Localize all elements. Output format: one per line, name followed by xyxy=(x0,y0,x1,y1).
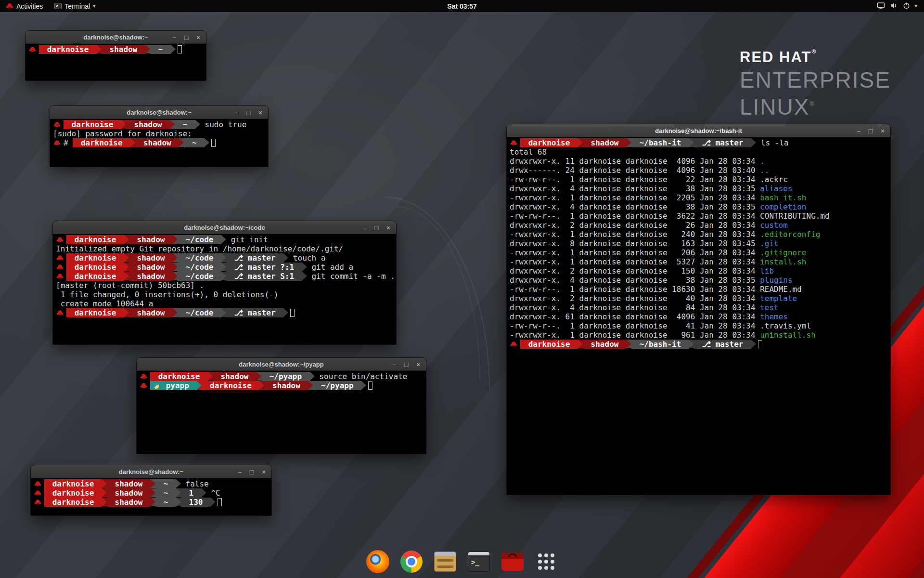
minimize-button[interactable]: − xyxy=(361,224,368,231)
terminal-line: -rwxrwxr-x. 1 darknoise darknoise 2205 J… xyxy=(510,193,887,202)
powerline-separator xyxy=(176,498,181,506)
powerline-separator xyxy=(173,253,178,262)
terminal-window-code[interactable]: darknoise@shadow:~/code−□× darknoise sha… xyxy=(53,221,396,344)
window-title: darknoise@shadow:~/bash-it xyxy=(655,127,742,134)
terminal-text: completion xyxy=(760,202,806,211)
powerline-separator xyxy=(130,138,135,147)
redhat-prompt-icon xyxy=(56,263,64,272)
close-button[interactable]: × xyxy=(195,34,202,41)
window-titlebar[interactable]: darknoise@shadow:~/pyapp−□× xyxy=(137,358,426,371)
powerline-separator xyxy=(102,488,107,497)
maximize-button[interactable]: □ xyxy=(867,128,874,134)
close-button[interactable]: × xyxy=(257,109,264,116)
terminal-text: source bin/activate xyxy=(315,372,408,381)
prompt-segment: darknoise xyxy=(64,120,121,129)
terminal-text: drwxrwxr-x. 8 darknoise darknoise 163 Ja… xyxy=(510,239,760,248)
minimize-button[interactable]: − xyxy=(171,34,178,41)
terminal-window-bash-it[interactable]: darknoise@shadow:~/bash-it−□× darknoise … xyxy=(507,124,890,495)
activities-button[interactable]: Activities xyxy=(0,0,49,12)
powerline-separator xyxy=(257,372,261,381)
terminal-text: custom xyxy=(760,221,788,230)
prompt-segment: ⎇ master xyxy=(694,340,751,349)
close-button[interactable]: × xyxy=(260,469,267,475)
minimize-button[interactable]: − xyxy=(391,361,398,368)
maximize-button[interactable]: □ xyxy=(183,34,190,41)
maximize-button[interactable]: □ xyxy=(248,469,255,475)
minimize-button[interactable]: − xyxy=(233,109,240,116)
terminal-body[interactable]: darknoise shadow ~ sudo true[sudo] passw… xyxy=(50,119,268,167)
powerline-separator xyxy=(151,488,155,497)
powerline-separator xyxy=(578,138,583,147)
window-titlebar[interactable]: darknoise@shadow:~/code−□× xyxy=(53,221,396,234)
minimize-button[interactable]: − xyxy=(236,469,243,475)
terminal-window-home-1[interactable]: darknoise@shadow:~−□× darknoise shadow ~ xyxy=(26,31,206,80)
maximize-button[interactable]: □ xyxy=(403,361,410,368)
close-button[interactable]: × xyxy=(879,128,886,134)
window-titlebar[interactable]: darknoise@shadow:~/bash-it−□× xyxy=(507,124,890,137)
prompt-segment: shadow xyxy=(102,45,145,54)
dock-terminal-button[interactable]: >_ xyxy=(466,548,492,575)
prompt-segment: darknoise xyxy=(44,479,102,488)
terminal-text: themes xyxy=(760,312,788,321)
terminal-line: -rw-rw-r--. 1 darknoise darknoise 41 Jan… xyxy=(510,321,887,330)
powerline-separator xyxy=(173,263,178,271)
window-titlebar[interactable]: darknoise@shadow:~−□× xyxy=(50,106,268,119)
terminal-line: drwxrwxr-x. 4 darknoise darknoise 38 Jan… xyxy=(510,202,887,211)
prompt-segment: ~ xyxy=(155,488,176,498)
system-status-area[interactable]: ▾ xyxy=(870,0,924,12)
terminal-window-home-2[interactable]: darknoise@shadow:~−□× darknoise shadow ~… xyxy=(50,106,268,167)
prompt-segment: ~ xyxy=(175,120,195,129)
prompt-segment: ~/bash-it xyxy=(631,138,689,147)
terminal-text: .gitignore xyxy=(760,248,806,257)
dock-toolbox-button[interactable] xyxy=(500,548,526,575)
powerline-separator xyxy=(211,498,216,506)
terminal-line: darknoise shadow ~/code git init xyxy=(56,235,393,244)
close-button[interactable]: × xyxy=(385,224,392,231)
dock-files-button[interactable] xyxy=(432,548,458,575)
window-titlebar[interactable]: darknoise@shadow:~−□× xyxy=(31,465,271,478)
terminal-line: create mode 100644 a xyxy=(56,299,393,308)
redhat-prompt-icon xyxy=(56,235,64,244)
terminal-line: drwxrwxr-x. 2 darknoise darknoise 26 Jan… xyxy=(510,221,887,230)
terminal-body[interactable]: darknoise shadow ~/pyapp source bin/acti… xyxy=(137,371,426,454)
dock-firefox-button[interactable] xyxy=(365,548,391,575)
terminal-text: ls -la xyxy=(756,138,788,147)
terminal-line: darknoise shadow ~/code ⎇ master S:1 git… xyxy=(56,272,393,281)
terminal-line: darknoise shadow ~/bash-it ⎇ master ls -… xyxy=(510,138,887,147)
maximize-button[interactable]: □ xyxy=(373,224,380,231)
terminal-text: template xyxy=(760,294,797,303)
terminal-window-pyapp[interactable]: darknoise@shadow:~/pyapp−□× darknoise sh… xyxy=(137,358,426,454)
terminal-body[interactable]: darknoise shadow ~/bash-it ⎇ master ls -… xyxy=(507,137,890,495)
terminal-line: -rw-rw-r--. 1 darknoise darknoise 3622 J… xyxy=(510,211,887,221)
powerline-separator xyxy=(221,272,226,280)
terminal-text: .editorconfig xyxy=(760,230,820,239)
terminal-cursor xyxy=(758,340,762,348)
maximize-button[interactable]: □ xyxy=(245,109,252,116)
terminal-body[interactable]: darknoise shadow ~ xyxy=(26,44,206,80)
minimize-button[interactable]: − xyxy=(855,128,862,134)
terminal-line: darknoise shadow ~/code ⎇ master xyxy=(56,308,393,317)
terminal-text: ^C xyxy=(206,488,220,498)
terminal-text: git add a xyxy=(307,263,353,272)
dock-appgrid-button[interactable] xyxy=(533,548,559,575)
close-button[interactable]: × xyxy=(415,361,422,368)
terminal-text: -rw-rw-r--. 1 darknoise darknoise 41 Jan… xyxy=(510,321,760,330)
dock-chrome-button[interactable] xyxy=(398,548,424,575)
powerline-separator xyxy=(310,372,315,381)
prompt-segment: ~ xyxy=(150,45,171,54)
prompt-segment: ~/bash-it xyxy=(631,340,689,349)
app-menu-terminal[interactable]: >_ Terminal ▾ xyxy=(49,0,101,12)
powerline-separator xyxy=(179,138,184,147)
terminal-line: darknoise shadow ~ sudo true xyxy=(53,120,265,129)
terminal-text: create mode 100644 a xyxy=(56,299,153,308)
terminal-window-home-3[interactable]: darknoise@shadow:~−□× darknoise shadow ~… xyxy=(31,465,271,515)
powerline-separator xyxy=(124,235,129,244)
powerline-separator xyxy=(302,263,307,271)
terminal-body[interactable]: darknoise shadow ~ false darknoise shado… xyxy=(31,478,271,515)
window-titlebar[interactable]: darknoise@shadow:~−□× xyxy=(26,31,206,44)
clock[interactable]: Sat 03:57 xyxy=(447,2,476,10)
terminal-text: drwxrwxr-x. 2 darknoise darknoise 26 Jan… xyxy=(510,221,760,230)
terminal-body[interactable]: darknoise shadow ~/code git initInitiali… xyxy=(53,234,396,344)
prompt-segment: darknoise xyxy=(73,138,130,147)
terminal-text: false xyxy=(181,479,209,488)
